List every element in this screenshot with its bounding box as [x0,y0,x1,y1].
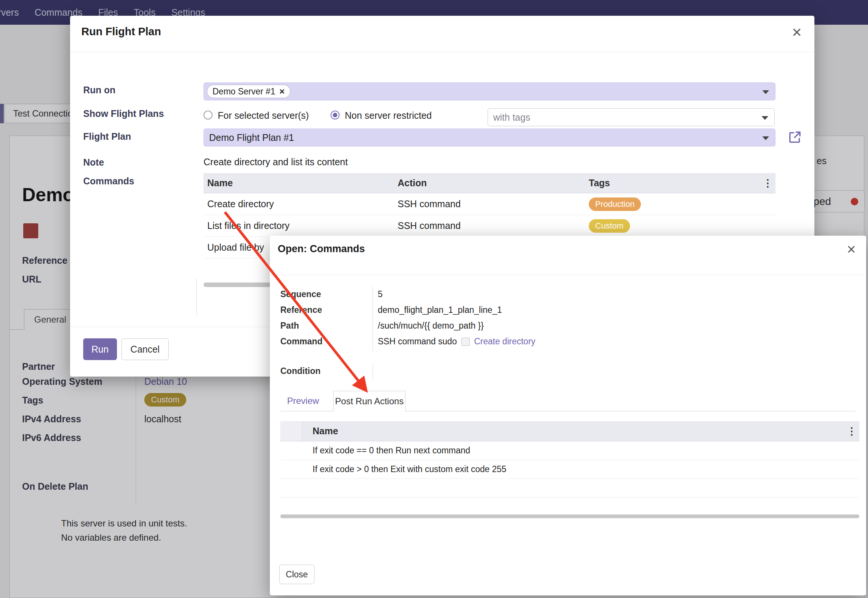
chip-remove-icon[interactable]: ✕ [279,87,285,96]
post-run-table-header: Name ⋮ [280,421,859,441]
col-tags[interactable]: Tags [589,178,763,188]
radio-selected-servers-label[interactable]: For selected server(s) [218,110,309,121]
condition-label: Condition [280,366,320,376]
sequence-value: 5 [378,289,383,299]
screen: Servers Commands Files Tools Settings Te… [0,0,868,598]
tag-badge-custom: Custom [589,219,630,233]
radio-non-server-restricted[interactable] [331,111,340,120]
commands-modal-title: Open: Commands [278,243,365,255]
chevron-down-icon[interactable] [762,136,769,140]
horizontal-scrollbar[interactable] [280,514,859,518]
note-label: Note [83,157,104,168]
external-link-icon[interactable] [787,130,802,145]
run-modal-title: Run Flight Plan [81,25,161,38]
table-row[interactable]: If exit code == 0 then Run next command [280,441,859,460]
row-name: List files in directory [204,220,398,231]
row-name: Create directory [204,199,398,209]
select-column [280,421,302,441]
run-on-servers-input[interactable]: Demo Server #1 ✕ [204,82,775,100]
command-value: SSH command sudo [378,336,457,347]
command-checkbox[interactable] [461,338,470,346]
cancel-button[interactable]: Cancel [121,338,169,360]
chevron-down-icon[interactable] [762,90,769,94]
run-button[interactable]: Run [83,338,117,360]
with-tags-placeholder: with tags [493,112,530,123]
flight-plan-select[interactable]: Demo Flight Plan #1 [204,129,775,147]
plan-note-value: Create directory and list its content [204,157,348,167]
table-row[interactable]: List files in directory SSH command Cust… [204,215,775,237]
post-run-actions-table: Name ⋮ If exit code == 0 then Run next c… [280,421,859,498]
radio-selected-servers[interactable] [204,111,213,120]
open-commands-modal: Open: Commands × Sequence 5 Reference de… [270,236,866,595]
header-divider [70,52,814,52]
path-label: Path [280,321,299,331]
sequence-label: Sequence [280,289,321,299]
server-chip-label: Demo Server #1 [213,87,275,97]
row-name: If exit code == 0 then Run next command [280,446,859,456]
field-divider [373,363,373,380]
command-label: Command [280,336,322,347]
with-tags-select[interactable]: with tags [488,108,775,126]
field-divider [373,287,373,351]
tab-post-run-actions[interactable]: Post Run Actions [333,391,406,411]
command-value-row: SSH command sudo Create directory [378,336,536,347]
col-name[interactable]: Name [204,178,398,188]
header-divider [270,275,866,275]
commands-table-header: Name Action Tags ⋮ [204,173,775,193]
close-button[interactable]: Close [279,565,314,584]
reference-label: Reference [280,305,322,315]
flight-plan-value: Demo Flight Plan #1 [209,132,294,143]
table-row[interactable]: If exit code > 0 then Exit with custom e… [280,460,859,479]
row-action: SSH command [398,220,589,231]
tab-preview[interactable]: Preview [287,391,319,411]
reference-value: demo_flight_plan_1_plan_line_1 [378,305,502,315]
radio-non-server-restricted-label[interactable]: Non server restricted [345,110,432,121]
table-row-empty [280,479,859,498]
kebab-icon[interactable]: ⋮ [847,425,859,437]
tag-badge-production: Production [589,197,641,211]
run-on-label: Run on [83,85,115,96]
chevron-down-icon[interactable] [762,116,768,120]
col-action[interactable]: Action [398,178,589,188]
row-name: If exit code > 0 then Exit with custom e… [280,464,859,474]
server-chip[interactable]: Demo Server #1 ✕ [207,85,290,98]
close-icon[interactable]: × [792,24,802,40]
create-directory-link[interactable]: Create directory [474,336,536,347]
table-row[interactable]: Create directory SSH command Production [204,193,775,215]
form-divider [196,278,197,315]
commands-label: Commands [83,176,134,187]
flight-plan-label: Flight Plan [83,131,131,142]
show-flight-plans-label: Show Flight Plans [83,108,164,119]
col-name[interactable]: Name [302,426,847,437]
close-icon[interactable]: × [847,242,856,257]
path-value: /such/much/{{ demo_path }} [378,321,484,331]
row-action: SSH command [398,199,589,209]
kebab-icon[interactable]: ⋮ [763,177,775,189]
